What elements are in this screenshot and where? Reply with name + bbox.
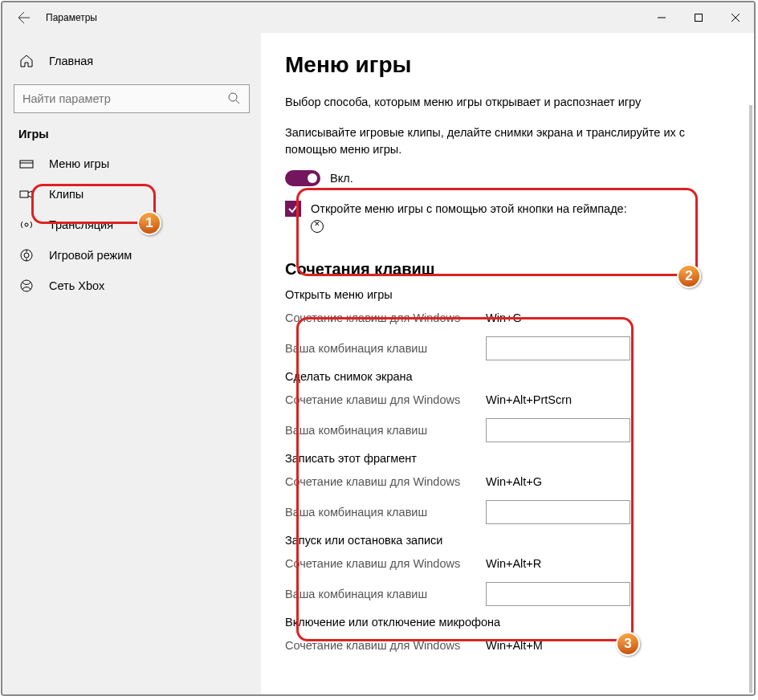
- shortcut-open-gamebar: Открыть меню игры Сочетание клавиш для W…: [285, 288, 730, 360]
- xbox-icon: [18, 278, 35, 294]
- sidebar-item-label: Клипы: [49, 188, 84, 201]
- svg-rect-8: [20, 191, 28, 197]
- search-icon: [227, 92, 241, 106]
- svg-line-5: [236, 100, 239, 104]
- sidebar: Главная Игры Меню игры: [2, 33, 261, 694]
- xbox-button-icon: [311, 220, 324, 233]
- gamebar-toggle[interactable]: [285, 170, 320, 186]
- page-description: Выбор способа, которым меню игры открыва…: [285, 94, 730, 110]
- window-title: Параметры: [46, 12, 97, 23]
- gamepad-checkbox[interactable]: [285, 201, 301, 217]
- shortcut-mic: Включение или отключение микрофона Сочет…: [285, 616, 730, 657]
- sidebar-item-xbox[interactable]: Сеть Xbox: [2, 271, 261, 301]
- recording-description: Записывайте игровые клипы, делайте снимк…: [285, 124, 730, 157]
- shortcut-input-clip[interactable]: [486, 500, 630, 524]
- page-title: Меню игры: [285, 52, 730, 78]
- minimize-button[interactable]: [643, 2, 680, 33]
- shortcuts-header: Сочетания клавиш: [285, 260, 730, 279]
- sidebar-home[interactable]: Главная: [2, 46, 261, 76]
- sidebar-item-label: Трансляция: [49, 218, 113, 231]
- search-input-box[interactable]: [14, 84, 250, 113]
- gamemode-icon: [18, 247, 35, 263]
- svg-point-14: [21, 280, 32, 291]
- home-icon: [18, 53, 35, 69]
- svg-point-4: [229, 93, 237, 101]
- sidebar-item-gamemode[interactable]: Игровой режим: [2, 240, 261, 271]
- sidebar-home-label: Главная: [49, 55, 93, 67]
- back-button[interactable]: [17, 10, 31, 25]
- svg-rect-6: [20, 161, 33, 168]
- sidebar-item-clips[interactable]: Клипы: [2, 179, 261, 210]
- search-input[interactable]: [22, 92, 227, 105]
- scrollbar[interactable]: [749, 105, 752, 693]
- close-button[interactable]: [717, 2, 754, 33]
- shortcut-input-open[interactable]: [486, 336, 630, 360]
- svg-point-9: [25, 223, 28, 226]
- shortcut-start-stop: Запуск или остановка записи Сочетание кл…: [285, 534, 730, 606]
- sidebar-item-label: Меню игры: [49, 157, 109, 170]
- gamebar-icon: [18, 156, 35, 172]
- maximize-button[interactable]: [680, 2, 717, 33]
- sidebar-item-broadcast[interactable]: Трансляция: [2, 210, 261, 240]
- sidebar-section-header: Игры: [2, 128, 261, 140]
- sidebar-item-gamebar[interactable]: Меню игры: [2, 149, 261, 179]
- sidebar-item-label: Игровой режим: [49, 249, 132, 262]
- toggle-state: Вкл.: [330, 172, 353, 185]
- clips-icon: [18, 186, 35, 202]
- shortcut-screenshot: Сделать снимок экрана Сочетание клавиш д…: [285, 370, 730, 442]
- shortcut-input-startstop[interactable]: [486, 582, 630, 606]
- svg-point-11: [24, 253, 29, 258]
- broadcast-icon: [18, 217, 35, 233]
- shortcut-input-screenshot[interactable]: [486, 418, 630, 442]
- sidebar-item-label: Сеть Xbox: [49, 279, 104, 292]
- shortcut-record-clip: Записать этот фрагмент Сочетание клавиш …: [285, 452, 730, 524]
- gamepad-checkbox-label: Откройте меню игры с помощью этой кнопки…: [311, 202, 627, 215]
- main-content: Меню игры Выбор способа, которым меню иг…: [261, 33, 754, 694]
- titlebar: Параметры: [2, 2, 754, 33]
- svg-rect-1: [695, 14, 703, 22]
